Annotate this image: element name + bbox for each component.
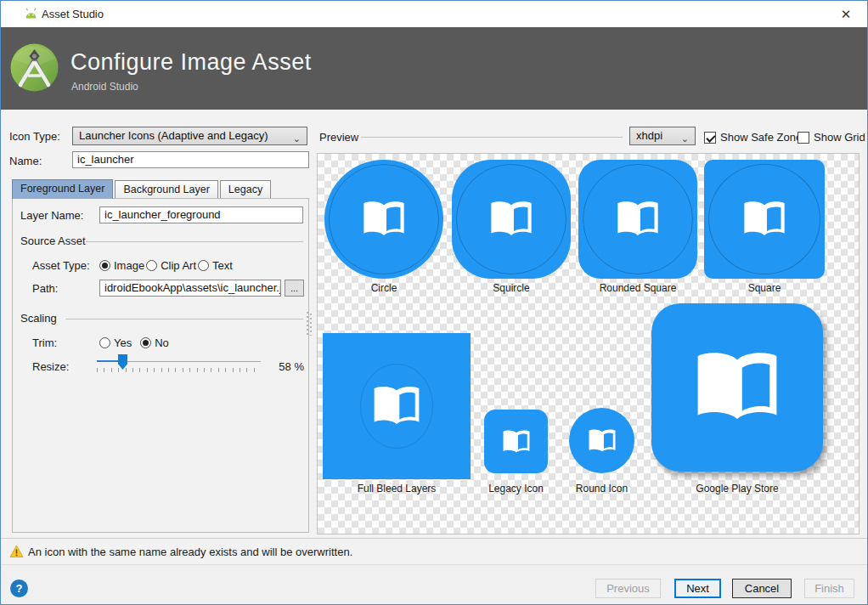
cancel-button[interactable]: Cancel (732, 579, 792, 598)
resize-value: 58 % (272, 360, 304, 373)
path-label: Path: (32, 282, 58, 295)
path-input[interactable]: idroidEbookApp\assets\ic_launcher.jpg (99, 280, 281, 297)
radio-clip-art-label: Clip Art (161, 259, 196, 272)
radio-trim-no[interactable] (140, 337, 151, 348)
foreground-layer-panel: Layer Name: ic_launcher_foreground Sourc… (12, 198, 309, 533)
close-icon[interactable]: ✕ (833, 4, 859, 25)
radio-trim-yes-label: Yes (114, 336, 132, 349)
radio-text-label: Text (212, 259, 233, 272)
preview-icon-rounded-square (578, 160, 697, 279)
layer-tabs: Foreground Layer Background Layer Legacy (12, 179, 273, 199)
resize-slider[interactable] (97, 353, 261, 376)
icon-label: Google Play Store (651, 483, 823, 495)
android-studio-logo (10, 43, 59, 92)
radio-text[interactable] (198, 260, 209, 271)
radio-image-label: Image (114, 259, 144, 272)
name-label: Name: (9, 155, 42, 167)
density-select[interactable]: xhdpi ⌄ (629, 127, 696, 145)
help-icon[interactable]: ? (10, 580, 28, 597)
scaling-heading: Scaling (20, 312, 57, 325)
chevron-down-icon: ⌄ (293, 130, 301, 147)
name-input[interactable]: ic_launcher (72, 151, 309, 168)
scaling-divider (65, 319, 303, 319)
validation-bar: An icon with the same name already exist… (1, 538, 867, 564)
trim-radio-group: YesNo (99, 335, 178, 350)
browse-button[interactable]: ... (285, 280, 304, 297)
resize-label: Resize: (32, 360, 69, 373)
show-grid-control[interactable]: Show Grid (798, 129, 868, 144)
show-safe-zone-label: Show Safe Zone (720, 131, 802, 144)
density-value: xhdpi (636, 129, 662, 142)
show-grid-checkbox[interactable] (798, 132, 809, 144)
open-book-icon (613, 197, 662, 241)
asset-studio-dialog: Asset Studio ✕ Configure Image Asset And… (0, 0, 868, 605)
show-safe-zone-control[interactable]: Show Safe Zone (704, 129, 810, 144)
preview-icon-legacy (484, 410, 548, 473)
icon-label: Squircle (452, 282, 571, 294)
page-subtitle: Android Studio (71, 81, 138, 93)
preview-icon-circle (324, 160, 443, 279)
open-book-icon (690, 344, 785, 431)
icon-label: Legacy Icon (476, 483, 556, 495)
slider-ticks (97, 368, 261, 372)
icon-label: Full Bleed Layers (323, 483, 471, 495)
tab-background-layer[interactable]: Background Layer (115, 180, 217, 199)
warning-message: An icon with the same name already exist… (28, 546, 352, 558)
button-bar: ? Previous Next Cancel Finish (1, 564, 867, 604)
icon-type-value: Launcher Icons (Adaptive and Legacy) (79, 129, 268, 142)
warning-icon (9, 545, 24, 558)
preview-icon-round (569, 408, 634, 473)
icon-label: Square (704, 282, 825, 294)
icon-label: Circle (324, 282, 443, 294)
asset-type-label: Asset Type: (32, 259, 90, 272)
main-content: Icon Type: Launcher Icons (Adaptive and … (1, 110, 867, 538)
source-asset-divider (86, 241, 303, 242)
show-grid-label: Show Grid (814, 131, 865, 144)
open-book-icon (369, 382, 424, 431)
finish-button[interactable]: Finish (804, 579, 854, 598)
preview-icon-squircle (452, 160, 571, 279)
open-book-icon (740, 197, 789, 241)
layer-name-label: Layer Name: (20, 209, 83, 222)
preview-divider (361, 137, 623, 138)
window-title: Asset Studio (42, 8, 104, 20)
preview-label: Preview (319, 131, 358, 144)
radio-clip-art[interactable] (146, 260, 157, 271)
preview-icon-play-store (651, 303, 823, 472)
radio-trim-yes[interactable] (99, 337, 110, 348)
trim-label: Trim: (32, 336, 57, 349)
preview-icon-square (704, 160, 825, 279)
previous-button[interactable]: Previous (595, 579, 661, 598)
radio-image[interactable] (99, 260, 110, 271)
preview-canvas: Circle Squircle Rounded Square (317, 153, 860, 534)
android-head-icon (24, 8, 38, 20)
icon-type-select[interactable]: Launcher Icons (Adaptive and Legacy) ⌄ (72, 127, 307, 145)
asset-type-radio-group: ImageClip ArtText (99, 257, 241, 273)
open-book-icon (359, 197, 409, 241)
open-book-icon (500, 427, 533, 456)
source-asset-heading: Source Asset (20, 235, 86, 247)
radio-trim-no-label: No (155, 336, 169, 349)
preview-icon-full-bleed (323, 333, 471, 479)
title-bar: Asset Studio ✕ (1, 1, 867, 27)
tab-foreground-layer[interactable]: Foreground Layer (12, 179, 113, 199)
page-title: Configure Image Asset (70, 49, 312, 76)
tab-legacy[interactable]: Legacy (220, 180, 271, 199)
wizard-banner: Configure Image Asset Android Studio (1, 27, 867, 110)
icon-label: Round Icon (561, 483, 643, 495)
open-book-icon (487, 197, 536, 241)
panel-splitter-handle[interactable] (307, 312, 312, 336)
icon-label: Rounded Square (578, 282, 697, 294)
chevron-down-icon: ⌄ (681, 130, 689, 147)
layer-name-input[interactable]: ic_launcher_foreground (99, 206, 303, 223)
open-book-icon (586, 427, 618, 455)
checkmark-icon[interactable] (704, 132, 716, 144)
next-button[interactable]: Next (674, 579, 721, 598)
icon-type-label: Icon Type: (9, 130, 60, 143)
